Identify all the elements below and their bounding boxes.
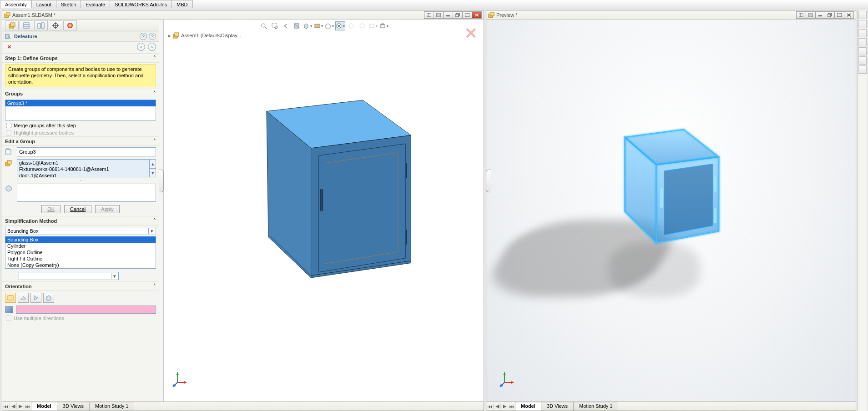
rail-custom-props-icon[interactable]: [858, 65, 867, 74]
apply-button[interactable]: Apply: [95, 205, 120, 213]
tab-nav-next[interactable]: ▶: [17, 403, 24, 409]
dropdown-option[interactable]: None (Copy Geometry): [5, 262, 156, 268]
bottom-tab-3dviews[interactable]: 3D Views: [57, 402, 90, 411]
bottom-tab-motion[interactable]: Motion Study 1: [89, 402, 134, 411]
bottom-tab-3dviews[interactable]: 3D Views: [541, 402, 574, 411]
tab-nav-last[interactable]: ⏭: [508, 404, 515, 409]
ribbon-tab-sketch[interactable]: Sketch: [56, 0, 81, 8]
win-btn-b[interactable]: [806, 11, 816, 19]
list-item[interactable]: Group3 *: [5, 100, 156, 106]
svg-rect-9: [465, 13, 469, 17]
bottom-tab-motion[interactable]: Motion Study 1: [573, 402, 618, 411]
view-triad[interactable]: [499, 371, 515, 388]
tab-nav-next[interactable]: ▶: [501, 403, 508, 409]
bottom-tab-model[interactable]: Model: [31, 402, 57, 411]
multiple-directions-check: Use multiple directions: [2, 315, 159, 322]
list-item[interactable]: Fixtureworks-06914-140081-1@Assem1: [17, 166, 149, 172]
panel-tab-toolbar: [2, 20, 159, 31]
dropdown-option[interactable]: Cylinder: [5, 243, 156, 249]
orientation-header: Orientation˄: [2, 281, 159, 291]
assembly-icon: [173, 32, 179, 39]
list-item[interactable]: door-1@Assem1: [17, 172, 149, 179]
secondary-select[interactable]: ▾: [19, 272, 119, 280]
color-field[interactable]: [16, 306, 156, 314]
breadcrumb-expand-icon[interactable]: ▸: [168, 33, 171, 39]
help-icon[interactable]: ?: [149, 33, 156, 40]
win-btn-a[interactable]: [424, 11, 434, 19]
rail-view-palette-icon[interactable]: [858, 47, 867, 55]
collapse-icon[interactable]: ˄: [153, 218, 156, 224]
ribbon-tab-assembly[interactable]: Assembly: [0, 0, 32, 8]
win-close[interactable]: [472, 11, 482, 19]
components-list[interactable]: glass-1@Assem1 Fixtureworks-06914-140081…: [17, 159, 150, 177]
win-minimize[interactable]: [815, 11, 825, 19]
tab-property-manager[interactable]: [20, 20, 33, 30]
rail-home-icon[interactable]: [858, 11, 867, 19]
tab-nav-last[interactable]: ⏭: [24, 404, 31, 409]
win-restore[interactable]: [453, 11, 463, 19]
orient-right[interactable]: [30, 293, 41, 303]
splitter-handle[interactable]: ◦: [2, 179, 159, 182]
dropdown-option[interactable]: Tight Fit Outline: [5, 256, 156, 262]
preview-viewport[interactable]: [486, 20, 856, 401]
win-btn-b[interactable]: [434, 11, 444, 19]
prev-step-button[interactable]: ‹: [137, 43, 145, 51]
rail-appearances-icon[interactable]: [858, 56, 867, 65]
model-viewport[interactable]: ▾ ▾ ▾ ▾ ▾ ▾ ▸ Assem1 (Default<Display...: [164, 20, 484, 401]
tab-nav-prev[interactable]: ◀: [10, 403, 17, 409]
flyout-handle[interactable]: [486, 170, 491, 192]
ribbon-tab-addins[interactable]: SOLIDWORKS Add-Ins: [110, 0, 172, 8]
next-step-button[interactable]: ›: [148, 43, 156, 51]
simplification-dropdown[interactable]: Bounding Box Cylinder Polygon Outline Ti…: [5, 236, 156, 269]
ribbon-tab-evaluate[interactable]: Evaluate: [81, 0, 110, 8]
collapse-icon[interactable]: ˄: [153, 283, 156, 289]
simplification-select[interactable]: Bounding Box ▾: [5, 227, 156, 235]
help-tips-icon[interactable]: ?: [140, 33, 147, 40]
groups-list[interactable]: Group3 *: [5, 100, 156, 120]
model-render: [218, 29, 478, 320]
scroll-up-icon[interactable]: ▴: [150, 159, 156, 168]
collapse-icon[interactable]: ˄: [153, 55, 156, 61]
plane-swatch[interactable]: [5, 306, 13, 313]
bottom-tab-model[interactable]: Model: [515, 402, 541, 411]
win-btn-a[interactable]: [796, 11, 806, 19]
tab-display-manager[interactable]: [63, 20, 77, 30]
scroll-down-icon[interactable]: ▾: [150, 168, 156, 177]
merge-groups-check[interactable]: Merge groups after this step: [2, 122, 159, 129]
win-restore[interactable]: [825, 11, 835, 19]
merge-groups-checkbox[interactable]: [6, 123, 11, 128]
dropdown-option[interactable]: Polygon Outline: [5, 249, 156, 256]
cancel-button[interactable]: Cancel: [64, 205, 91, 213]
bodies-list[interactable]: [17, 184, 156, 202]
flyout-handle[interactable]: [159, 170, 164, 192]
view-triad[interactable]: [172, 371, 188, 388]
win-maximize[interactable]: [834, 11, 844, 19]
chevron-down-icon: ▾: [111, 273, 117, 279]
tab-config-manager[interactable]: [34, 20, 48, 30]
tab-nav-first[interactable]: ⏮: [486, 404, 494, 409]
tab-nav-first[interactable]: ⏮: [2, 404, 10, 409]
ribbon-tab-mbd[interactable]: MBD: [172, 0, 192, 8]
orient-top[interactable]: [18, 293, 29, 303]
tab-nav-prev[interactable]: ◀: [494, 403, 501, 409]
svg-rect-2: [427, 13, 431, 17]
orient-front[interactable]: [5, 293, 16, 303]
rail-file-explorer-icon[interactable]: [858, 38, 867, 46]
rail-resources-icon[interactable]: [858, 20, 867, 28]
ok-button[interactable]: OK: [41, 205, 61, 213]
collapse-icon[interactable]: ˄: [153, 138, 156, 144]
cancel-feature-icon[interactable]: ✕: [5, 44, 13, 50]
tab-feature-manager[interactable]: [5, 20, 19, 30]
dropdown-option[interactable]: Bounding Box: [5, 236, 156, 243]
tab-dimxpert[interactable]: [49, 20, 62, 30]
rail-design-library-icon[interactable]: [858, 29, 867, 37]
orient-iso[interactable]: [43, 293, 54, 303]
win-close[interactable]: [844, 11, 854, 19]
svg-rect-23: [5, 34, 9, 39]
ribbon-tab-layout[interactable]: Layout: [31, 0, 56, 8]
win-minimize[interactable]: [443, 11, 453, 19]
collapse-icon[interactable]: ˄: [153, 90, 156, 96]
group-name-input[interactable]: [17, 147, 156, 156]
list-item[interactable]: glass-1@Assem1: [17, 160, 149, 166]
win-maximize[interactable]: [462, 11, 472, 19]
